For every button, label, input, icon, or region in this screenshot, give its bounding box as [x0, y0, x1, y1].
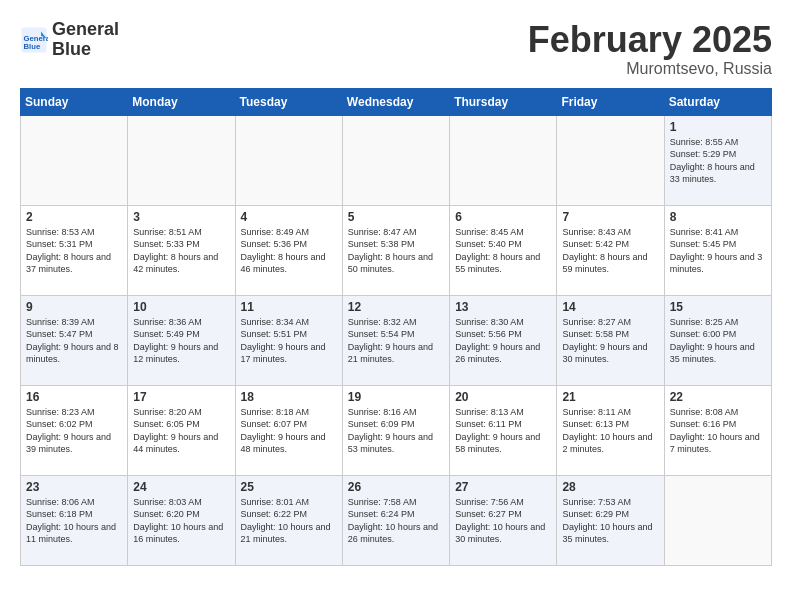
day-number: 16	[26, 390, 122, 404]
day-number: 2	[26, 210, 122, 224]
header-day-friday: Friday	[557, 88, 664, 115]
day-info: Sunrise: 7:56 AMSunset: 6:27 PMDaylight:…	[455, 496, 551, 546]
calendar-cell: 11Sunrise: 8:34 AMSunset: 5:51 PMDayligh…	[235, 295, 342, 385]
day-number: 11	[241, 300, 337, 314]
day-info: Sunrise: 7:58 AMSunset: 6:24 PMDaylight:…	[348, 496, 444, 546]
header-day-thursday: Thursday	[450, 88, 557, 115]
day-info: Sunrise: 8:16 AMSunset: 6:09 PMDaylight:…	[348, 406, 444, 456]
calendar-header: SundayMondayTuesdayWednesdayThursdayFrid…	[21, 88, 772, 115]
day-info: Sunrise: 8:41 AMSunset: 5:45 PMDaylight:…	[670, 226, 766, 276]
week-row-3: 16Sunrise: 8:23 AMSunset: 6:02 PMDayligh…	[21, 385, 772, 475]
calendar-cell: 17Sunrise: 8:20 AMSunset: 6:05 PMDayligh…	[128, 385, 235, 475]
day-number: 13	[455, 300, 551, 314]
day-number: 18	[241, 390, 337, 404]
day-number: 28	[562, 480, 658, 494]
calendar-cell: 1Sunrise: 8:55 AMSunset: 5:29 PMDaylight…	[664, 115, 771, 205]
calendar-cell: 10Sunrise: 8:36 AMSunset: 5:49 PMDayligh…	[128, 295, 235, 385]
day-info: Sunrise: 8:20 AMSunset: 6:05 PMDaylight:…	[133, 406, 229, 456]
calendar-cell: 22Sunrise: 8:08 AMSunset: 6:16 PMDayligh…	[664, 385, 771, 475]
calendar-cell: 21Sunrise: 8:11 AMSunset: 6:13 PMDayligh…	[557, 385, 664, 475]
svg-text:Blue: Blue	[24, 42, 41, 51]
day-number: 9	[26, 300, 122, 314]
day-number: 19	[348, 390, 444, 404]
day-number: 20	[455, 390, 551, 404]
calendar-cell: 24Sunrise: 8:03 AMSunset: 6:20 PMDayligh…	[128, 475, 235, 565]
week-row-4: 23Sunrise: 8:06 AMSunset: 6:18 PMDayligh…	[21, 475, 772, 565]
calendar-cell: 4Sunrise: 8:49 AMSunset: 5:36 PMDaylight…	[235, 205, 342, 295]
calendar-cell	[21, 115, 128, 205]
day-info: Sunrise: 8:53 AMSunset: 5:31 PMDaylight:…	[26, 226, 122, 276]
day-info: Sunrise: 8:18 AMSunset: 6:07 PMDaylight:…	[241, 406, 337, 456]
day-number: 17	[133, 390, 229, 404]
week-row-2: 9Sunrise: 8:39 AMSunset: 5:47 PMDaylight…	[21, 295, 772, 385]
day-number: 27	[455, 480, 551, 494]
day-number: 5	[348, 210, 444, 224]
day-info: Sunrise: 8:06 AMSunset: 6:18 PMDaylight:…	[26, 496, 122, 546]
day-number: 3	[133, 210, 229, 224]
month-title: February 2025	[528, 20, 772, 60]
calendar-cell	[128, 115, 235, 205]
logo-line1: General	[52, 20, 119, 40]
day-number: 8	[670, 210, 766, 224]
calendar-cell: 18Sunrise: 8:18 AMSunset: 6:07 PMDayligh…	[235, 385, 342, 475]
header-day-monday: Monday	[128, 88, 235, 115]
calendar-cell: 25Sunrise: 8:01 AMSunset: 6:22 PMDayligh…	[235, 475, 342, 565]
day-number: 10	[133, 300, 229, 314]
day-info: Sunrise: 8:08 AMSunset: 6:16 PMDaylight:…	[670, 406, 766, 456]
calendar-cell: 23Sunrise: 8:06 AMSunset: 6:18 PMDayligh…	[21, 475, 128, 565]
day-number: 6	[455, 210, 551, 224]
day-info: Sunrise: 8:11 AMSunset: 6:13 PMDaylight:…	[562, 406, 658, 456]
day-number: 24	[133, 480, 229, 494]
day-number: 21	[562, 390, 658, 404]
day-info: Sunrise: 8:03 AMSunset: 6:20 PMDaylight:…	[133, 496, 229, 546]
header-day-saturday: Saturday	[664, 88, 771, 115]
day-info: Sunrise: 8:39 AMSunset: 5:47 PMDaylight:…	[26, 316, 122, 366]
calendar-cell: 3Sunrise: 8:51 AMSunset: 5:33 PMDaylight…	[128, 205, 235, 295]
calendar-cell: 2Sunrise: 8:53 AMSunset: 5:31 PMDaylight…	[21, 205, 128, 295]
day-info: Sunrise: 8:55 AMSunset: 5:29 PMDaylight:…	[670, 136, 766, 186]
header-row: SundayMondayTuesdayWednesdayThursdayFrid…	[21, 88, 772, 115]
day-info: Sunrise: 8:43 AMSunset: 5:42 PMDaylight:…	[562, 226, 658, 276]
calendar-cell: 8Sunrise: 8:41 AMSunset: 5:45 PMDaylight…	[664, 205, 771, 295]
calendar-table: SundayMondayTuesdayWednesdayThursdayFrid…	[20, 88, 772, 566]
day-info: Sunrise: 8:01 AMSunset: 6:22 PMDaylight:…	[241, 496, 337, 546]
calendar-cell: 15Sunrise: 8:25 AMSunset: 6:00 PMDayligh…	[664, 295, 771, 385]
day-number: 4	[241, 210, 337, 224]
day-info: Sunrise: 8:23 AMSunset: 6:02 PMDaylight:…	[26, 406, 122, 456]
day-info: Sunrise: 8:45 AMSunset: 5:40 PMDaylight:…	[455, 226, 551, 276]
logo-line2: Blue	[52, 40, 119, 60]
calendar-cell: 20Sunrise: 8:13 AMSunset: 6:11 PMDayligh…	[450, 385, 557, 475]
calendar-cell	[342, 115, 449, 205]
day-number: 1	[670, 120, 766, 134]
calendar-cell: 5Sunrise: 8:47 AMSunset: 5:38 PMDaylight…	[342, 205, 449, 295]
week-row-1: 2Sunrise: 8:53 AMSunset: 5:31 PMDaylight…	[21, 205, 772, 295]
calendar-cell: 14Sunrise: 8:27 AMSunset: 5:58 PMDayligh…	[557, 295, 664, 385]
day-info: Sunrise: 8:47 AMSunset: 5:38 PMDaylight:…	[348, 226, 444, 276]
day-info: Sunrise: 8:34 AMSunset: 5:51 PMDaylight:…	[241, 316, 337, 366]
day-number: 26	[348, 480, 444, 494]
calendar-cell: 19Sunrise: 8:16 AMSunset: 6:09 PMDayligh…	[342, 385, 449, 475]
day-info: Sunrise: 7:53 AMSunset: 6:29 PMDaylight:…	[562, 496, 658, 546]
header-day-tuesday: Tuesday	[235, 88, 342, 115]
day-info: Sunrise: 8:13 AMSunset: 6:11 PMDaylight:…	[455, 406, 551, 456]
day-number: 23	[26, 480, 122, 494]
calendar-cell: 26Sunrise: 7:58 AMSunset: 6:24 PMDayligh…	[342, 475, 449, 565]
logo-icon: General Blue	[20, 26, 48, 54]
day-info: Sunrise: 8:32 AMSunset: 5:54 PMDaylight:…	[348, 316, 444, 366]
header-day-sunday: Sunday	[21, 88, 128, 115]
title-block: February 2025 Muromtsevo, Russia	[528, 20, 772, 78]
day-number: 7	[562, 210, 658, 224]
calendar-cell: 12Sunrise: 8:32 AMSunset: 5:54 PMDayligh…	[342, 295, 449, 385]
header-day-wednesday: Wednesday	[342, 88, 449, 115]
calendar-cell: 9Sunrise: 8:39 AMSunset: 5:47 PMDaylight…	[21, 295, 128, 385]
day-info: Sunrise: 8:30 AMSunset: 5:56 PMDaylight:…	[455, 316, 551, 366]
day-info: Sunrise: 8:25 AMSunset: 6:00 PMDaylight:…	[670, 316, 766, 366]
calendar-cell: 28Sunrise: 7:53 AMSunset: 6:29 PMDayligh…	[557, 475, 664, 565]
day-number: 12	[348, 300, 444, 314]
calendar-cell: 27Sunrise: 7:56 AMSunset: 6:27 PMDayligh…	[450, 475, 557, 565]
week-row-0: 1Sunrise: 8:55 AMSunset: 5:29 PMDaylight…	[21, 115, 772, 205]
day-number: 15	[670, 300, 766, 314]
day-info: Sunrise: 8:36 AMSunset: 5:49 PMDaylight:…	[133, 316, 229, 366]
calendar-cell: 7Sunrise: 8:43 AMSunset: 5:42 PMDaylight…	[557, 205, 664, 295]
day-info: Sunrise: 8:49 AMSunset: 5:36 PMDaylight:…	[241, 226, 337, 276]
